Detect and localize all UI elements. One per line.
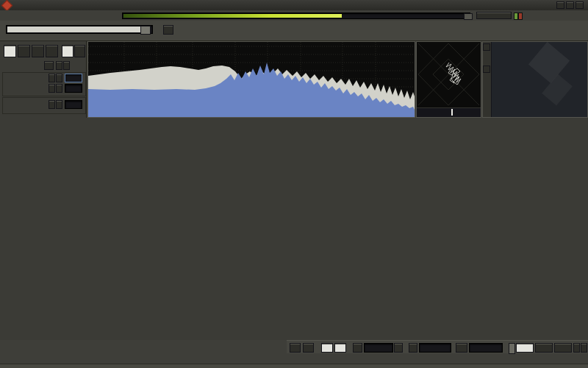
chord-mode-button[interactable] — [334, 343, 346, 353]
record-automation-button[interactable] — [321, 343, 333, 353]
follow-player-button[interactable] — [62, 45, 74, 57]
maximize-button[interactable] — [566, 1, 574, 9]
pattern-editor-toolbar — [287, 340, 588, 353]
scope-width-scale[interactable] — [417, 107, 481, 117]
instrument-select-field[interactable] — [469, 343, 503, 353]
record-button[interactable] — [46, 45, 58, 57]
fx-dropdown-icon[interactable] — [581, 343, 587, 353]
bpm-dec[interactable] — [49, 74, 55, 82]
view-options-button[interactable] — [163, 25, 173, 35]
master-volume-handle[interactable] — [140, 26, 151, 35]
quantize-value-field[interactable] — [364, 343, 393, 353]
vectorscope-graph — [417, 42, 481, 107]
status-bar — [0, 364, 588, 368]
instrument-star-button[interactable] — [483, 66, 490, 73]
play-button[interactable] — [4, 45, 16, 57]
metronome-button[interactable] — [74, 45, 85, 57]
track-headers-button[interactable] — [303, 343, 314, 353]
transport-panel — [0, 41, 87, 118]
quantize-button[interactable] — [353, 343, 362, 353]
octave-inc[interactable] — [56, 100, 62, 109]
octave-dec[interactable] — [49, 100, 55, 109]
block-loop-dec[interactable] — [56, 61, 62, 70]
midi-out-led — [518, 13, 523, 20]
single-track-mode-button[interactable] — [290, 343, 301, 353]
instrument-collapse-button[interactable] — [483, 43, 490, 51]
upper-toolbar — [0, 21, 588, 41]
stop-button[interactable] — [32, 45, 44, 57]
midi-map-button[interactable] — [476, 12, 512, 19]
lpb-inc[interactable] — [56, 84, 62, 93]
song-position-handle[interactable] — [464, 13, 473, 20]
song-position-slider[interactable] — [122, 13, 470, 19]
menubar — [0, 10, 588, 21]
master-spectrum-display — [87, 41, 415, 118]
pattern-editor — [294, 118, 588, 340]
instrument-list-panel — [482, 41, 588, 118]
octave-value[interactable] — [65, 100, 82, 109]
quantize-dropdown-icon[interactable] — [394, 343, 403, 353]
renoise-logo-icon — [1, 0, 13, 11]
instrument-keyboard-icon[interactable] — [456, 343, 467, 353]
fx-column-button[interactable] — [573, 343, 580, 353]
delay-column-button[interactable] — [554, 343, 572, 353]
block-loop-inc[interactable] — [63, 61, 70, 70]
panning-column-button[interactable] — [535, 343, 553, 353]
spectrum-graph — [88, 42, 415, 117]
titlebar — [0, 0, 588, 10]
instrument-logo-watermark — [528, 42, 570, 83]
column-toggle-divider — [509, 343, 515, 354]
renoise-window — [0, 0, 588, 368]
close-button[interactable] — [576, 1, 584, 9]
bottom-tabs-row — [0, 353, 588, 364]
bpm-value[interactable] — [65, 74, 82, 82]
edit-step-icon[interactable] — [409, 343, 417, 353]
upper-panels — [0, 41, 588, 118]
stereo-vectorscope — [416, 41, 481, 118]
lpb-dec[interactable] — [49, 84, 55, 93]
bpm-inc[interactable] — [56, 74, 62, 82]
loop-pattern-button[interactable] — [18, 45, 30, 57]
master-volume-slider[interactable] — [6, 25, 153, 34]
lpb-value[interactable] — [65, 84, 82, 93]
edit-step-field[interactable] — [419, 343, 451, 353]
volume-column-button[interactable] — [516, 343, 534, 353]
middle-region — [0, 118, 588, 340]
minimize-button[interactable] — [556, 1, 564, 9]
block-loop-toggle[interactable] — [44, 61, 54, 70]
